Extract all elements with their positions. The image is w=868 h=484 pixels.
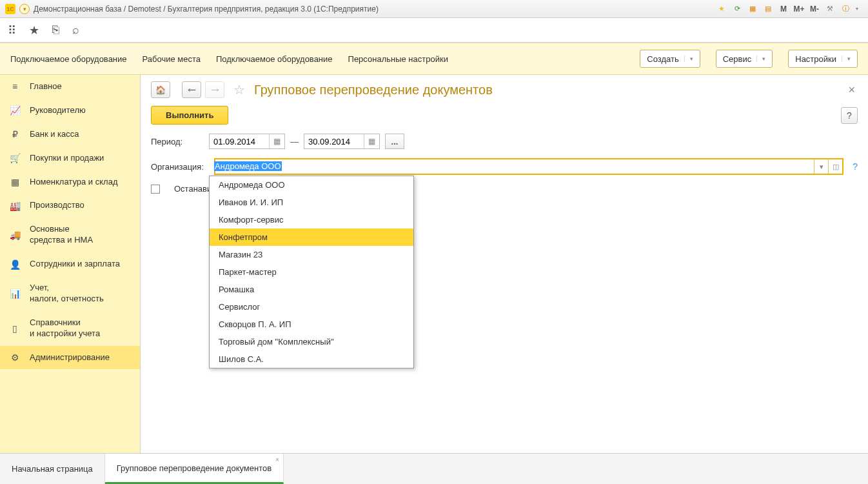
organization-dropdown: Андромеда ОООИванов И. И. ИПКомфорт-серв… (209, 176, 414, 368)
sidebar-item-label: Производство (30, 200, 84, 211)
sidebar-icon: 📊 (9, 288, 21, 299)
sidebar-item-label: Учет,налоги, отчетность (30, 283, 104, 305)
footer-tab[interactable]: Групповое перепроведение документов× (105, 454, 284, 484)
sidebar-item[interactable]: 🚚Основныесредства и НМА (0, 217, 140, 252)
sidebar-icon: 🏭 (9, 201, 21, 211)
calendar-icon[interactable]: ▦ (269, 134, 284, 148)
dropdown-item[interactable]: Магазин 23 (210, 246, 413, 263)
clipboard-icon[interactable]: ⎘ (52, 23, 59, 37)
memory-mplus[interactable]: M+ (793, 3, 805, 15)
close-icon[interactable]: × (845, 83, 858, 97)
titlebar: 1C Демонстрационная база / Demotest / Бу… (0, 0, 868, 18)
help-button[interactable]: ? (841, 107, 858, 124)
sidebar-item-label: Основныесредства и НМА (30, 224, 93, 246)
band-link[interactable]: Рабочие места (143, 54, 201, 64)
band-link[interactable]: Подключаемое оборудование (216, 54, 333, 64)
info-caret-icon[interactable]: ▾ (851, 3, 863, 15)
dropdown-item[interactable]: Скворцов П. А. ИП (210, 316, 413, 333)
sidebar-item-label: Покупки и продажи (30, 153, 104, 164)
sidebar-icon: ₽ (9, 129, 21, 139)
dropdown-item[interactable]: Андромеда ООО (210, 176, 413, 194)
sidebar-item[interactable]: 📊Учет,налоги, отчетность (0, 276, 140, 311)
sidebar-item[interactable]: ▦Номенклатура и склад (0, 170, 140, 194)
sidebar-icon: 🛒 (9, 153, 21, 163)
calc-icon[interactable]: ▦ (747, 3, 758, 15)
dropdown-item[interactable]: Торговый дом "Комплексный" (210, 333, 413, 350)
dash: — (290, 137, 299, 146)
dropdown-item[interactable]: Сервислог (210, 298, 413, 316)
date-to-input[interactable] (304, 137, 364, 146)
star-outline-icon[interactable]: ☆ (233, 82, 245, 97)
refresh-icon[interactable]: ⟳ (731, 3, 743, 15)
date-to-field[interactable]: ▦ (304, 134, 380, 149)
open-icon[interactable]: ◫ (828, 159, 842, 174)
organization-field[interactable]: ▾ ◫ (214, 158, 843, 175)
memory-m[interactable]: M (778, 3, 789, 15)
sidebar-icon: 📈 (9, 105, 21, 116)
caret-icon[interactable]: ▾ (842, 55, 851, 62)
dropdown-icon[interactable] (19, 4, 30, 14)
sidebar-icon: ▯ (9, 323, 21, 334)
dropdown-item[interactable]: Шилов С.А. (210, 350, 413, 368)
footer-tab-label: Групповое перепроведение документов (117, 463, 271, 473)
star-icon[interactable]: ★ (29, 23, 39, 37)
sidebar-item[interactable]: 🏭Производство (0, 194, 140, 217)
footer-tabs: Начальная страницаГрупповое перепроведен… (0, 453, 868, 484)
band-link[interactable]: Подключаемое оборудование (10, 54, 127, 64)
dropdown-item[interactable]: Комфорт-сервис (210, 211, 413, 228)
home-button[interactable]: 🏠 (151, 81, 170, 98)
organization-label: Организация: (151, 162, 209, 172)
sidebar-item[interactable]: 📈Руководителю (0, 99, 140, 123)
sidebar-item[interactable]: ₽Банк и касса (0, 123, 140, 146)
sidebar-icon: ⚙ (9, 352, 21, 363)
field-help-icon[interactable]: ? (853, 161, 858, 172)
sidebar-item-label: Сотрудники и зарплата (30, 259, 120, 270)
forward-button: 🡒 (205, 81, 224, 98)
sidebar-item[interactable]: 🛒Покупки и продажи (0, 146, 140, 170)
period-picker-button[interactable]: ... (385, 134, 404, 149)
organization-selected-text: Андромеда ООО (214, 161, 282, 171)
sidebar-item[interactable]: ⚙Администрирование (0, 346, 140, 370)
dropdown-caret-icon[interactable]: ▾ (814, 159, 828, 174)
calendar-icon[interactable]: ▦ (364, 134, 379, 148)
page-title: Групповое перепроведение документов (254, 83, 493, 97)
caret-icon[interactable]: ▾ (684, 55, 693, 62)
window-title: Демонстрационная база / Demotest / Бухга… (34, 5, 712, 14)
execute-button[interactable]: Выполнить (151, 106, 228, 125)
sidebar-item-label: Справочникии настройки учета (30, 318, 100, 339)
service-button[interactable]: Сервис▾ (716, 50, 773, 68)
organization-input[interactable] (215, 159, 814, 174)
footer-tab[interactable]: Начальная страница (0, 454, 105, 484)
sidebar-item-label: Главное (30, 81, 62, 92)
sidebar-icon: 🚚 (9, 230, 21, 240)
dropdown-item[interactable]: Паркет-мастер (210, 263, 413, 281)
date-from-input[interactable] (210, 137, 269, 146)
settings-button[interactable]: Настройки▾ (788, 50, 858, 68)
info-icon[interactable]: ⓘ (840, 3, 851, 15)
memory-mminus[interactable]: M- (809, 3, 820, 15)
create-button[interactable]: Создать▾ (640, 50, 700, 68)
dropdown-item[interactable]: Ромашка (210, 281, 413, 298)
app-logo-icon: 1C (5, 4, 15, 14)
tab-close-icon[interactable]: × (275, 456, 279, 463)
back-button[interactable]: 🡐 (182, 81, 201, 98)
date-from-field[interactable]: ▦ (209, 134, 285, 149)
dropdown-item[interactable]: Иванов И. И. ИП (210, 194, 413, 211)
tools-icon[interactable]: ⚒ (824, 3, 836, 15)
dropdown-item[interactable]: Конфетпром (210, 228, 413, 246)
search-icon[interactable]: ⌕ (72, 23, 79, 37)
create-button-label: Создать (647, 54, 678, 64)
sidebar-icon: ≡ (9, 81, 21, 92)
apps-icon[interactable]: ⠿ (8, 23, 16, 37)
sidebar-item[interactable]: ≡Главное (0, 75, 140, 99)
stop-checkbox[interactable] (151, 185, 160, 194)
calendar-icon[interactable]: ▤ (762, 3, 774, 15)
caret-icon[interactable]: ▾ (756, 55, 765, 62)
sidebar-item[interactable]: 👤Сотрудники и зарплата (0, 252, 140, 276)
sidebar-icon: ▦ (9, 177, 21, 187)
stop-label: Останави (174, 184, 212, 194)
favorite-icon[interactable]: ★ (716, 3, 727, 15)
content-area: 🏠 🡐 🡒 ☆ Групповое перепроведение докумен… (141, 75, 868, 453)
sidebar-item[interactable]: ▯Справочникии настройки учета (0, 311, 140, 346)
band-link[interactable]: Персональные настройки (348, 54, 448, 64)
